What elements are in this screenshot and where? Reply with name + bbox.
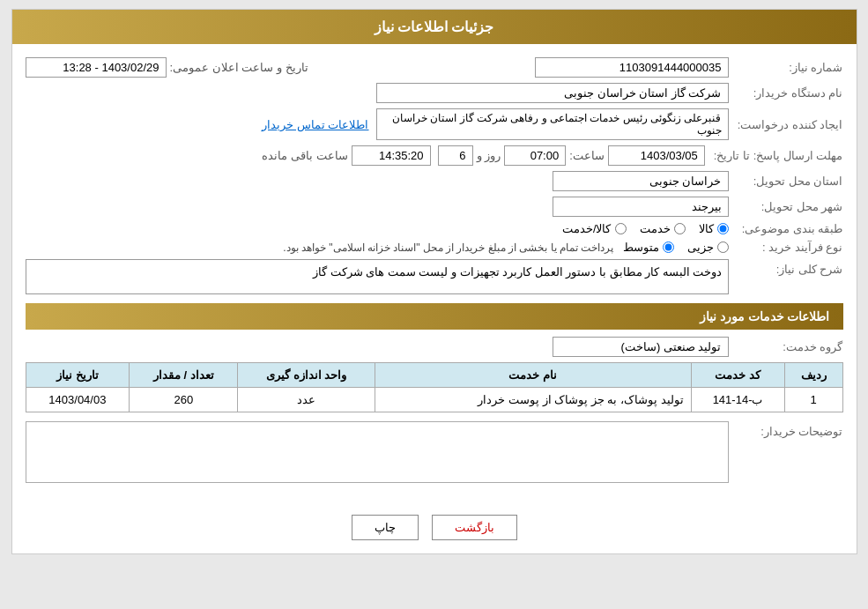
mohlat-saat-label: ساعت: <box>569 149 605 162</box>
content-area: شماره نیاز: 1103091444000035 تاریخ و ساع… <box>12 44 857 501</box>
ostan-value: خراسان جنوبی <box>553 171 729 191</box>
tabaghe-kala-khedmat-label: کالا/خدمت <box>562 222 612 235</box>
namDastgah-value: شرکت گاز استان خراسان جنوبی <box>376 83 729 103</box>
table-cell-tedad: 260 <box>130 388 238 412</box>
mohlat-mande-label: ساعت باقی مانده <box>262 149 347 162</box>
shahr-label: شهر محل تحویل: <box>729 200 843 213</box>
noe-text: پرداخت تمام یا بخشی از مبلغ خریدار از مح… <box>283 241 613 254</box>
tabaghe-row: طبقه بندی موضوعی: کالا خدمت کالا/خدمت <box>26 222 843 235</box>
main-container: جزئیات اطلاعات نیاز شماره نیاز: 11030914… <box>11 9 857 554</box>
shahr-row: شهر محل تحویل: بیرجند <box>26 197 843 217</box>
noe-radio-jozi[interactable] <box>717 241 729 253</box>
services-section-header: اطلاعات خدمات مورد نیاز <box>26 303 843 330</box>
noe-motavaset-label: متوسط <box>623 241 659 254</box>
grohe-row: گروه خدمت: تولید صنعتی (ساخت) <box>26 337 843 357</box>
tabaghe-khedmat-label: خدمت <box>640 222 671 235</box>
col-name: نام خدمت <box>375 363 691 388</box>
tarikhoSaat-label: تاریخ و ساعت اعلان عمومی: <box>170 61 308 74</box>
col-radif: ردیف <box>784 363 842 388</box>
page-title: جزئیات اطلاعات نیاز <box>375 19 494 34</box>
col-vahed: واحد اندازه گیری <box>238 363 375 388</box>
services-header-label: اطلاعات خدمات مورد نیاز <box>700 309 830 323</box>
grohe-value: تولید صنعتی (ساخت) <box>553 337 729 357</box>
shahr-value: بیرجند <box>553 197 729 217</box>
mohlat-mande: 14:35:20 <box>352 145 431 166</box>
buttons-row: بازگشت چاپ <box>12 501 857 553</box>
ijadKonande-row: ایجاد کننده درخواست: قنبرعلی زنگوئی رئیس… <box>26 108 843 140</box>
tabaghe-option-khedmat: خدمت <box>640 222 686 235</box>
mohlat-date: 1403/03/05 <box>608 145 705 166</box>
ijadKonande-label: ایجاد کننده درخواست: <box>729 118 843 131</box>
tozihat-row: توضیحات خریدار: <box>26 421 843 483</box>
ostan-row: استان محل تحویل: خراسان جنوبی <box>26 171 843 191</box>
table-cell-vahed: عدد <box>238 388 375 412</box>
grohe-label: گروه خدمت: <box>729 340 843 353</box>
noe-radio-motavaset[interactable] <box>663 241 674 253</box>
tarikhoSaat-value: 1403/02/29 - 13:28 <box>26 57 167 78</box>
table-cell-radif: 1 <box>784 388 842 412</box>
mohlat-label: مهلت ارسال پاسخ: تا تاریخ: <box>705 149 843 162</box>
services-table: ردیف کد خدمت نام خدمت واحد اندازه گیری ت… <box>26 362 843 412</box>
tabaghe-label: طبقه بندی موضوعی: <box>729 222 843 235</box>
col-tarikh: تاریخ نیاز <box>26 363 130 388</box>
back-button[interactable]: بازگشت <box>432 515 517 540</box>
sharh-row: شرح کلی نیاز: دوخت البسه کار مطابق با دس… <box>26 259 843 294</box>
table-cell-name: تولید پوشاک، به جز پوشاک از پوست خردار <box>375 388 691 412</box>
table-row: 1ب-14-141تولید پوشاک، به جز پوشاک از پوس… <box>26 388 842 412</box>
shomareNiaz-value: 1103091444000035 <box>535 57 729 78</box>
tozihat-label: توضیحات خریدار: <box>729 421 843 438</box>
tabaghe-option-kala: کالا <box>699 222 729 235</box>
ostan-label: استان محل تحویل: <box>729 175 843 188</box>
noe-jozi-label: جزیی <box>687 241 714 254</box>
sharh-label: شرح کلی نیاز: <box>729 259 843 276</box>
tabaghe-option-kala-khedmat: کالا/خدمت <box>562 222 627 235</box>
tabaghe-radio-kala[interactable] <box>717 223 729 234</box>
print-button[interactable]: چاپ <box>352 515 419 540</box>
ijadKonande-link[interactable]: اطلاعات تماس خریدار <box>262 118 368 131</box>
table-cell-tarikh: 1403/04/03 <box>26 388 130 412</box>
namDastgah-row: نام دستگاه خریدار: شرکت گاز استان خراسان… <box>26 83 843 103</box>
namDastgah-label: نام دستگاه خریدار: <box>729 86 843 100</box>
table-cell-kod: ب-14-141 <box>691 388 784 412</box>
ijadKonande-value: قنبرعلی زنگوئی رئیس خدمات اجتماعی و رفاه… <box>376 108 729 140</box>
shomareNiaz-label: شماره نیاز: <box>729 61 843 74</box>
tabaghe-radio-group: کالا خدمت کالا/خدمت <box>562 222 729 235</box>
mohlat-roz: 6 <box>438 145 473 166</box>
noe-option-jozi: جزیی <box>687 241 729 254</box>
col-tedad: تعداد / مقدار <box>130 363 238 388</box>
sharh-value: دوخت البسه کار مطابق با دستور العمل کارب… <box>26 259 729 294</box>
tozihat-textarea[interactable] <box>26 421 729 483</box>
tabaghe-kala-label: کالا <box>699 222 714 235</box>
noe-option-motavaset: متوسط <box>623 241 674 254</box>
tabaghe-radio-khedmat[interactable] <box>674 223 686 234</box>
mohlat-row: مهلت ارسال پاسخ: تا تاریخ: 1403/03/05 سا… <box>26 145 843 166</box>
col-kod: کد خدمت <box>691 363 784 388</box>
noe-radio-group: جزیی متوسط <box>623 241 729 254</box>
mohlat-roz-label: روز و <box>477 149 501 162</box>
noe-farayand-row: نوع فرآیند خرید : جزیی متوسط پرداخت تمام… <box>26 241 843 254</box>
tabaghe-radio-kala-khedmat[interactable] <box>615 223 627 234</box>
shomareNiaz-row: شماره نیاز: 1103091444000035 تاریخ و ساع… <box>26 57 843 78</box>
noe-farayand-label: نوع فرآیند خرید : <box>729 241 843 254</box>
page-header: جزئیات اطلاعات نیاز <box>12 10 857 44</box>
mohlat-saat: 07:00 <box>504 145 566 166</box>
